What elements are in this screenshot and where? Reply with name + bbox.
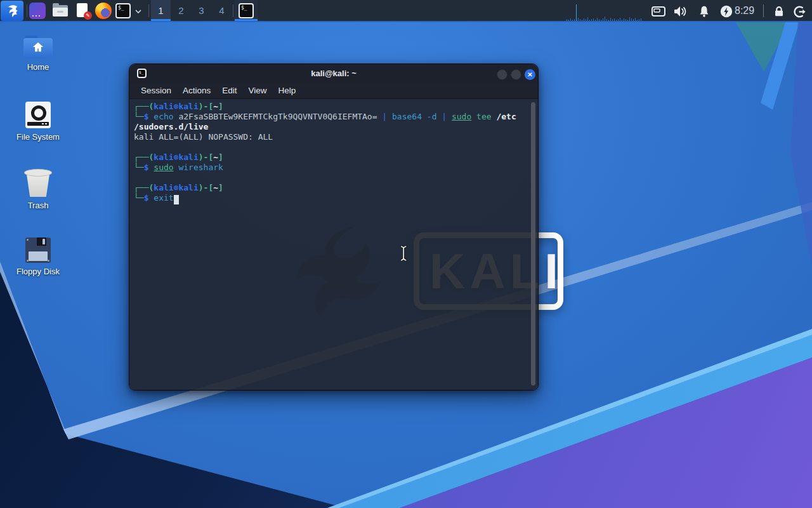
clock[interactable]: 8:29	[735, 0, 754, 21]
panel-separator	[148, 4, 149, 17]
cpu-graph[interactable]	[566, 2, 649, 21]
panel-separator	[233, 4, 233, 17]
desktop-icon-home[interactable]: Home	[8, 36, 69, 72]
window-titlebar[interactable]: $_ kali@kali: ~ ✕	[129, 64, 538, 83]
scrollbar-thumb[interactable]	[531, 102, 535, 385]
chevron-down-icon[interactable]	[134, 9, 142, 14]
menu-session[interactable]: Session	[136, 84, 176, 97]
scrollbar[interactable]	[531, 101, 535, 387]
desktop-icon-trash[interactable]: Trash	[8, 169, 69, 210]
ibeam-cursor	[398, 244, 410, 263]
display-tray-icon[interactable]	[651, 4, 666, 19]
active-workspace-indicator	[151, 19, 171, 21]
house-icon	[32, 41, 44, 53]
menu-view[interactable]: View	[244, 84, 272, 97]
terminal-lines: ┌──(kali⊛kali)-[~]└─$ echo a2FsaSBBTEw9K…	[134, 102, 528, 203]
lock-icon[interactable]	[771, 4, 787, 19]
terminal-window: $_ kali@kali: ~ ✕ Session Actions Edit V…	[129, 64, 539, 391]
close-button[interactable]: ✕	[525, 69, 535, 80]
icon-label: Home	[8, 62, 69, 72]
menu-help[interactable]: Help	[273, 84, 301, 97]
menubar: Session Actions Edit View Help	[129, 83, 538, 99]
icon-label: Floppy Disk	[8, 267, 69, 276]
app-grid-dots	[32, 15, 40, 17]
panel-separator	[763, 4, 764, 17]
hard-drive-icon	[25, 102, 51, 128]
logout-icon[interactable]	[792, 4, 807, 19]
icon-label: File System	[8, 132, 69, 142]
pencil-badge-icon: ✎	[84, 11, 92, 20]
text-editor-launcher[interactable]: ✎	[75, 3, 91, 19]
desktop-icon-floppy-disk[interactable]: Floppy Disk	[8, 237, 69, 276]
workspace-4[interactable]: 4	[212, 0, 232, 21]
panel-separator	[27, 4, 27, 17]
top-panel: ✎ $_ 1 2 3 4 $_	[0, 0, 812, 22]
taskbar-terminal-window-button[interactable]: $_	[235, 0, 258, 21]
menu-edit[interactable]: Edit	[217, 84, 242, 97]
floppy-disk-icon	[25, 237, 51, 263]
bell-icon[interactable]	[697, 4, 712, 19]
minimize-button[interactable]	[497, 69, 508, 80]
power-manager-icon[interactable]	[719, 4, 734, 19]
icon-label: Trash	[8, 201, 69, 210]
terminal-screen[interactable]: ┌──(kali⊛kali)-[~]└─$ echo a2FsaSBBTEw9K…	[129, 99, 538, 391]
terminal-icon: $_	[239, 3, 254, 18]
trash-icon	[23, 169, 53, 197]
kali-dragon-icon	[4, 3, 20, 19]
terminal-launcher[interactable]: $_	[115, 3, 131, 18]
workspace-1[interactable]: 1	[151, 0, 171, 21]
maximize-button[interactable]	[511, 69, 521, 80]
menu-actions[interactable]: Actions	[178, 84, 216, 97]
desktop-icon-file-system[interactable]: File System	[8, 102, 69, 142]
active-window-indicator	[235, 19, 258, 21]
workspace-2[interactable]: 2	[171, 0, 191, 21]
firefox-launcher[interactable]	[95, 3, 112, 19]
app-grid-launcher[interactable]	[29, 3, 46, 19]
applications-menu-button[interactable]	[1, 1, 23, 21]
window-title: kali@kali: ~	[129, 64, 538, 83]
file-manager-launcher[interactable]	[52, 3, 69, 19]
workspace-3[interactable]: 3	[192, 0, 211, 21]
volume-icon[interactable]	[672, 4, 688, 19]
